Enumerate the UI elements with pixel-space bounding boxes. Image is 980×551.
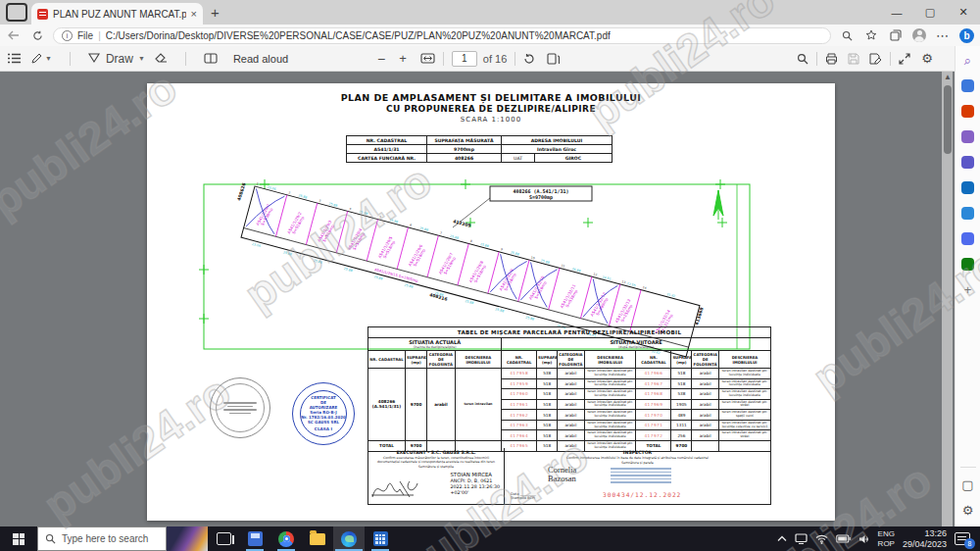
pdf-viewer: PLAN DE AMPLASAMENT ȘI DELIMITARE A IMOB… bbox=[0, 72, 955, 526]
save-icon bbox=[848, 53, 859, 65]
page-number-input[interactable] bbox=[452, 51, 477, 67]
rotate-icon[interactable] bbox=[523, 53, 535, 65]
page-layout-icon[interactable] bbox=[547, 53, 560, 65]
draw-highlighter-icon[interactable]: Draw ▼ bbox=[88, 52, 145, 66]
executant-box: EXECUTANT - S.C. GAUSS S.R.L. Confirm ex… bbox=[368, 448, 505, 505]
tray-expand-icon[interactable] bbox=[777, 535, 787, 542]
page-view-icon[interactable] bbox=[204, 53, 218, 64]
bing-discover-icon[interactable]: b bbox=[959, 28, 974, 43]
app-icon bbox=[248, 531, 263, 546]
grid-app-icon bbox=[373, 531, 388, 546]
back-icon[interactable] bbox=[6, 30, 22, 40]
chrome-app[interactable] bbox=[270, 526, 302, 551]
scrollbar-thumb[interactable] bbox=[944, 85, 952, 154]
column-header: NR. CADASTRAL bbox=[502, 351, 537, 369]
wifi-icon[interactable] bbox=[815, 534, 828, 544]
eraser-icon[interactable] bbox=[155, 53, 168, 64]
drop-icon[interactable] bbox=[959, 230, 976, 247]
taskbar-search[interactable]: Type here to search bbox=[37, 526, 167, 551]
svg-text:A541/1/29/8S=518mp: A541/1/29/8S=518mp bbox=[467, 260, 488, 285]
scroll-up-icon[interactable]: ▲ bbox=[944, 73, 952, 81]
table-cell: 538 bbox=[671, 389, 692, 400]
read-aloud-button[interactable]: Read aloud bbox=[233, 53, 288, 65]
file-explorer-app[interactable] bbox=[302, 526, 333, 551]
svg-text:23.06: 23.06 bbox=[252, 242, 262, 248]
profile-avatar[interactable] bbox=[912, 28, 926, 42]
executant-title: EXECUTANT - S.C. GAUSS S.R.L. bbox=[371, 450, 501, 455]
svg-text:25.88: 25.88 bbox=[525, 316, 535, 322]
table-cell: 417962 bbox=[502, 410, 537, 421]
microsoft-365-icon[interactable] bbox=[959, 154, 976, 171]
tree-icon[interactable] bbox=[959, 256, 976, 273]
sidebar-settings-icon[interactable]: ⚙ bbox=[959, 502, 976, 519]
svg-text:25.88: 25.88 bbox=[313, 259, 322, 265]
games-icon[interactable] bbox=[959, 128, 976, 145]
battery-icon[interactable] bbox=[836, 534, 851, 543]
more-menu-icon[interactable]: ⋯ bbox=[935, 28, 951, 43]
page-info-icon[interactable]: i bbox=[62, 30, 73, 41]
table-cell: 408266 (A.541/1/31) bbox=[368, 369, 406, 441]
weather-widget[interactable] bbox=[167, 526, 208, 551]
table-cell: teren intravilan destinat ptr. străzi bbox=[718, 399, 770, 410]
svg-text:A541/1/29/6S=518mp: A541/1/29/6S=518mp bbox=[408, 243, 428, 269]
fullscreen-icon[interactable] bbox=[899, 53, 910, 65]
column-header: CATEGORIA DE FOLOSINȚĂ bbox=[692, 351, 718, 369]
inspector-box: INSPECTOR Confirm introducerea imobilulu… bbox=[505, 448, 771, 505]
sidebar-panel-icon[interactable]: ▢ bbox=[959, 476, 976, 493]
svg-text:4: 4 bbox=[349, 207, 352, 211]
table-cell: 518 bbox=[537, 389, 558, 400]
tools-icon[interactable] bbox=[959, 103, 976, 120]
add-to-sidebar-icon[interactable]: + bbox=[959, 281, 976, 298]
plan-scale: SCARA 1:1000 bbox=[147, 116, 835, 125]
address-bar[interactable]: i File | C:/Users/Dorina/Desktop/DIVERSE… bbox=[53, 27, 831, 44]
column-header: SUPRAFAȚA (mp) bbox=[406, 351, 427, 369]
table-cell: arabil bbox=[692, 410, 718, 421]
zoom-out-icon[interactable]: − bbox=[377, 51, 385, 67]
minimize-button[interactable]: — bbox=[880, 0, 913, 25]
fit-to-width-icon[interactable] bbox=[420, 53, 435, 64]
table-cell: 518 bbox=[671, 369, 692, 379]
table-cell: 417963 bbox=[502, 420, 537, 430]
chevron-down-icon[interactable]: ▼ bbox=[45, 55, 52, 62]
close-tab-icon[interactable]: × bbox=[191, 8, 197, 20]
table-cell: teren intravilan destinat ptr. străzi bbox=[718, 430, 770, 441]
maximize-button[interactable]: ▢ bbox=[913, 0, 947, 25]
svg-text:9: 9 bbox=[500, 247, 503, 251]
sidebar-search-icon[interactable]: ⌕ bbox=[959, 52, 976, 69]
zoom-icon[interactable] bbox=[839, 30, 855, 41]
edge-app[interactable] bbox=[333, 526, 365, 551]
pinned-app-1[interactable] bbox=[239, 526, 270, 551]
start-button[interactable] bbox=[0, 526, 37, 551]
chevron-down-icon[interactable]: ▼ bbox=[138, 55, 145, 62]
outlook-icon[interactable] bbox=[959, 179, 976, 196]
save-as-icon[interactable] bbox=[869, 53, 882, 65]
volume-icon[interactable] bbox=[858, 534, 870, 544]
table-cell: arabil bbox=[692, 389, 718, 400]
task-view-button[interactable] bbox=[208, 526, 239, 551]
pdf-settings-icon[interactable]: ⚙ bbox=[921, 51, 933, 66]
new-tab-button[interactable]: + bbox=[211, 4, 220, 21]
refresh-icon[interactable] bbox=[29, 30, 45, 41]
close-button[interactable]: ✕ bbox=[947, 0, 980, 25]
table-cell: 417969 bbox=[636, 399, 671, 410]
tab-actions-icon[interactable] bbox=[6, 3, 27, 22]
pinned-app-2[interactable] bbox=[365, 526, 396, 551]
clock[interactable]: 13:26 29/04/2023 bbox=[903, 528, 947, 549]
notification-center[interactable]: 8 bbox=[955, 532, 970, 545]
browser-tab[interactable]: PLAN PUZ ANUNT MARCAT.pdf × bbox=[31, 3, 203, 25]
favorites-icon[interactable] bbox=[863, 29, 879, 41]
svg-text:25.88: 25.88 bbox=[343, 267, 353, 273]
pen-tool-icon[interactable]: ▼ bbox=[30, 53, 52, 65]
zoom-in-icon[interactable]: + bbox=[399, 51, 407, 66]
cast-icon[interactable] bbox=[795, 533, 808, 544]
table-cell: arabil bbox=[558, 430, 584, 441]
collections-icon[interactable] bbox=[888, 29, 904, 41]
svg-text:A541/1/29/5S=518mp: A541/1/29/5S=518mp bbox=[377, 235, 398, 261]
vertical-scrollbar[interactable]: ▲ bbox=[942, 72, 953, 526]
designer-icon[interactable] bbox=[959, 205, 976, 222]
table-of-contents-icon[interactable] bbox=[8, 53, 21, 64]
find-in-document-icon[interactable] bbox=[797, 53, 808, 65]
print-icon[interactable] bbox=[825, 53, 838, 65]
language-indicator[interactable]: ENG ROP bbox=[878, 529, 895, 547]
shopping-icon[interactable] bbox=[959, 77, 976, 94]
